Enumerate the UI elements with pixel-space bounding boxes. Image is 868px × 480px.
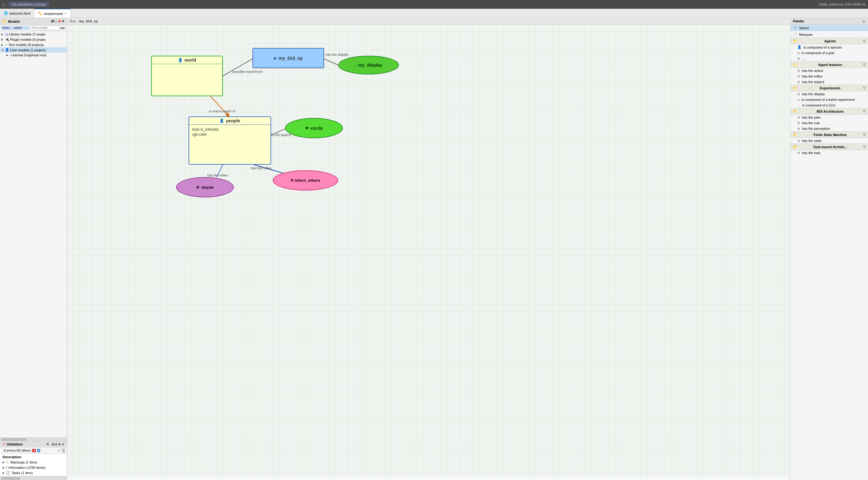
tree-item-library[interactable]: ▶ 🗂 Library models (7 projec bbox=[0, 32, 67, 37]
palette-tool-select[interactable]: ↖ Select bbox=[790, 25, 868, 31]
collapse-all-icon[interactable]: ⊟ bbox=[55, 443, 57, 446]
validate-list-icon[interactable]: ☰ bbox=[61, 448, 65, 453]
maximize-icon[interactable]: □ bbox=[55, 20, 57, 23]
left-horizontal-scrollbar[interactable] bbox=[0, 437, 67, 441]
node-gui[interactable]: ▶ my_GUI_xp bbox=[252, 48, 324, 68]
gaml-reference-link[interactable]: GAML reference (Ctrl+Shift+H) bbox=[818, 2, 866, 6]
edge-label-possible-experiment: possible experiment bbox=[232, 70, 263, 73]
run-play-icon[interactable]: ▷ bbox=[2, 2, 6, 7]
section-bdi[interactable]: 📁 BDI Architecture ▽ bbox=[790, 108, 868, 114]
people-node-icon: 👤 bbox=[219, 118, 224, 123]
select-cursor-icon: ↖ bbox=[793, 26, 797, 30]
desc-item-info[interactable]: ▶ ℹ Information (1299 items) bbox=[2, 465, 64, 470]
palette-item-batch[interactable]: ⊙ is composed of a batch experiment bbox=[790, 97, 868, 102]
close-validation-icon[interactable]: ✕ bbox=[62, 443, 64, 446]
top-bar-left: ▷ No simulation running bbox=[2, 2, 49, 7]
tree-item-test[interactable]: ▶ ✓ Test models (8 projects, bbox=[0, 42, 67, 47]
edge-label-has-the-aspect: has the aspect bbox=[269, 133, 291, 137]
display-gear-icon: ⚙ bbox=[797, 93, 800, 96]
palette-item-has-the-plan[interactable]: ⚙ has the plan bbox=[790, 114, 868, 120]
palette-item-has-the-perception[interactable]: ⚙ has the perception bbox=[790, 126, 868, 131]
edge-label-has-the-reflex-infect: has the reflex bbox=[251, 166, 272, 170]
palette-item-has-the-task[interactable]: ⚙ has the task bbox=[790, 150, 868, 156]
validation-close-icon[interactable]: ✕ bbox=[46, 442, 49, 446]
node-world[interactable]: 👤 world bbox=[151, 56, 223, 96]
desc-item-tasks[interactable]: ▶ 📋 Tasks (1 item) bbox=[2, 470, 64, 475]
validation-header: ✕ Validation ✕ ⊞ ⊟ ▼ ✕ bbox=[0, 441, 67, 447]
error-count: 0 errors 00 others bbox=[4, 449, 31, 452]
center-canvas: Run : my_GUI_xp bbox=[67, 18, 790, 480]
close-panel-icon[interactable]: ✕ bbox=[62, 20, 64, 23]
tree-item-user[interactable]: ▼ 👤 User models (1 project) bbox=[0, 47, 67, 53]
errors-summary: 0 errors 00 others ✕ ℹ bbox=[1, 448, 43, 453]
palette-item-has-the-rule[interactable]: ⚙ has the rule bbox=[790, 120, 868, 126]
node-move[interactable]: ⚙ move bbox=[176, 177, 234, 197]
palette-item-has-the-reflex[interactable]: ⚙ has the reflex bbox=[790, 73, 868, 79]
plan-label: has the plan bbox=[802, 115, 820, 119]
state-label: has the state bbox=[802, 139, 822, 143]
view-menu-icon[interactable]: ▼ bbox=[58, 443, 61, 446]
reflex-gear-icon: ⚙ bbox=[797, 75, 800, 78]
gui-palette-label: is composed of a GUI bbox=[802, 103, 835, 107]
edge-label-has-the-reflex-move: has the reflex bbox=[207, 173, 228, 177]
palette-item-gui[interactable]: … is composed of a GUI bbox=[790, 102, 868, 108]
models-icon: 📁 bbox=[2, 19, 7, 23]
tree-icon-tutorial: ● bbox=[10, 53, 12, 57]
tree-item-tutorial[interactable]: ▶ ● tutorial Graphical mod bbox=[0, 53, 67, 58]
node-people[interactable]: 👤 people bool is_infected rgb color bbox=[189, 116, 271, 165]
validation-x-icon: ✕ bbox=[2, 442, 5, 446]
nav-next-icon[interactable]: ▶ bbox=[63, 26, 65, 30]
palette-expand-icon[interactable]: ▷ bbox=[863, 20, 866, 23]
canvas-toolbar: Run : my_GUI_xp bbox=[67, 18, 790, 25]
tree-expand-library: ▶ bbox=[1, 33, 4, 36]
palette-tool-marquee[interactable]: ⬚ Marquee bbox=[790, 31, 868, 38]
minimize-icon[interactable]: 🗗 bbox=[51, 20, 54, 23]
palette-item-has-the-display[interactable]: ⚙ has the display bbox=[790, 91, 868, 97]
perception-label: has the perception bbox=[802, 127, 830, 130]
tab-welcome[interactable]: 🌐 welcome.html bbox=[0, 9, 34, 18]
node-circle[interactable]: 👁 circle bbox=[285, 118, 343, 138]
palette-item-has-the-aspect[interactable]: ⚙ has the aspect bbox=[790, 79, 868, 85]
task-folder-icon: 📁 bbox=[793, 145, 797, 149]
find-model-input[interactable] bbox=[30, 26, 59, 30]
section-agent-features[interactable]: 📁 Agent features ▽ bbox=[790, 61, 868, 68]
tree-item-plugin[interactable]: ▶ 🔌 Plugin models (9 projec bbox=[0, 37, 67, 42]
tab-simplemodel-close[interactable]: ✕ bbox=[64, 12, 67, 15]
infect-node-label: infect_others bbox=[295, 178, 320, 183]
section-fsm[interactable]: 📁 Finite State Machine ▽ bbox=[790, 131, 868, 138]
palette-item-has-the-state[interactable]: ⚙ has the state bbox=[790, 138, 868, 143]
nav-prev-icon[interactable]: ◀ bbox=[60, 26, 62, 30]
models-toolbar: User_ _odels ◀ ▶ bbox=[0, 25, 67, 31]
diagram-area[interactable]: possible experiment has the display is m… bbox=[67, 25, 790, 477]
bottom-horizontal-scrollbar[interactable] bbox=[0, 476, 67, 480]
error-clear-button[interactable]: ✕ bbox=[32, 449, 36, 452]
warnings-label: Warnings (1 item) bbox=[10, 460, 37, 464]
expand-all-icon[interactable]: ⊞ bbox=[52, 443, 54, 446]
info-badge[interactable]: ℹ bbox=[37, 449, 40, 452]
tree-expand-plugin: ▶ bbox=[1, 38, 4, 41]
validate-check-icon[interactable]: ✓ bbox=[57, 448, 61, 453]
palette-item-is-composed-of-grid[interactable]: ⊞ is composed of a grid bbox=[790, 50, 868, 56]
tree-item-selected: User_ _odels bbox=[1, 26, 30, 30]
validation-label: Validation bbox=[6, 442, 23, 446]
palette-item-extra[interactable]: ⚙ … bbox=[790, 56, 868, 61]
tree-label-user: User models (1 project) bbox=[10, 48, 65, 52]
tab-simplemodel[interactable]: ✏️ simplemodel ✕ bbox=[34, 9, 71, 18]
palette-item-has-the-action[interactable]: ⚙ has the action bbox=[790, 68, 868, 73]
desc-item-warnings[interactable]: ▶ ⚠ Warnings (1 item) bbox=[2, 459, 64, 465]
move-node-label: move bbox=[202, 184, 214, 190]
people-attr-1: bool is_infected bbox=[192, 127, 268, 132]
agent-features-folder-icon: 📁 bbox=[793, 63, 797, 67]
task-section-toggle-icon: ▽ bbox=[863, 145, 866, 148]
rule-gear-icon: ⚙ bbox=[797, 122, 800, 125]
state-gear-icon: ⚙ bbox=[797, 139, 800, 143]
agent-features-toggle-icon: ▽ bbox=[863, 63, 866, 66]
section-experiments[interactable]: 📁 Experiments ▽ bbox=[790, 85, 868, 91]
pin-icon[interactable]: 📌 bbox=[57, 20, 61, 23]
node-infect[interactable]: ⚙ infect_others bbox=[273, 170, 338, 191]
marquee-icon: ⬚ bbox=[793, 32, 797, 36]
section-agents[interactable]: 📁 Agents ▽ bbox=[790, 38, 868, 44]
section-task[interactable]: 📁 Task-based Archite... ▽ bbox=[790, 143, 868, 150]
node-display[interactable]: my_display bbox=[338, 56, 399, 74]
palette-item-is-composed-of-species[interactable]: 👤 is composed of a species bbox=[790, 44, 868, 50]
